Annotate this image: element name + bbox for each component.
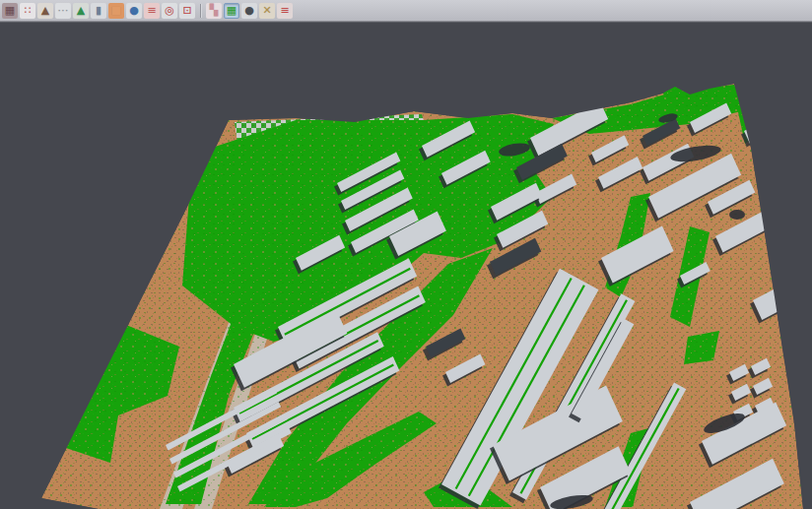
dataset-icon[interactable]: ▦ [2,3,18,19]
points-icon[interactable]: ⋯ [55,3,71,19]
histogram-icon[interactable]: ≡ [277,3,293,19]
axes-icon[interactable]: ✕ [259,3,275,19]
viewport-3d[interactable] [0,0,812,509]
shadow-patch [729,210,745,220]
toolbar-separator [200,4,201,18]
orthophoto-icon[interactable]: ■ [108,3,124,19]
globe-icon[interactable]: ● [126,3,142,19]
classification-icon[interactable]: ▦ [224,3,239,19]
main-toolbar: ▦∷▲⋯▲▮■●≡◎⊡▚▦●✕≡ [0,0,812,22]
vegetation-icon[interactable]: ▲ [73,3,89,19]
selection-icon[interactable]: ⊡ [179,3,195,19]
application-window: ▦∷▲⋯▲▮■●≡◎⊡▚▦●✕≡ [0,0,812,509]
target-icon[interactable]: ◎ [162,3,177,19]
sphere-icon[interactable]: ● [241,3,257,19]
terrain-icon[interactable]: ▲ [37,3,53,19]
colored-points-icon[interactable]: ∷ [20,3,35,19]
point-cloud [0,0,812,509]
point-cloud-scene[interactable] [0,0,812,509]
profile-icon[interactable]: ≡ [144,3,160,19]
section-icon[interactable]: ▮ [91,3,106,19]
texture-icon[interactable]: ▚ [206,3,222,19]
